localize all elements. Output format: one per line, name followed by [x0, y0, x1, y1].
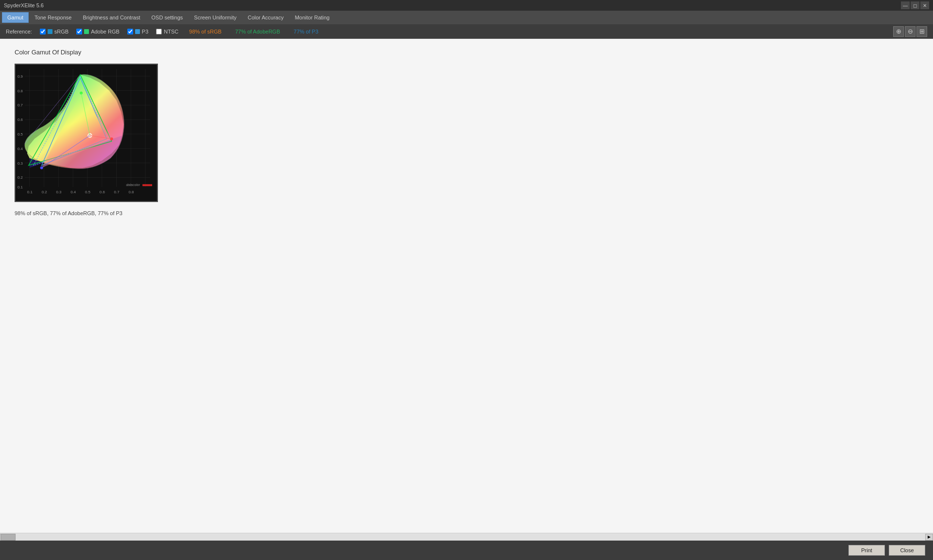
svg-text:0.5: 0.5 [17, 132, 23, 136]
svg-text:0.3: 0.3 [17, 161, 23, 166]
cie-chart: 0.9 0.8 0.7 0.6 0.5 0.4 0.3 0.2 0.1 0.1 … [15, 64, 158, 202]
ref-srgb-color [48, 29, 52, 34]
main-area: Color Gamut Of Display [0, 39, 933, 541]
ref-p3[interactable]: P3 [127, 29, 148, 34]
tab-gamut[interactable]: Gamut [2, 12, 29, 23]
svg-text:0.9: 0.9 [17, 74, 23, 79]
svg-text:0.6: 0.6 [17, 118, 23, 122]
svg-text:0.1: 0.1 [17, 185, 23, 189]
adobe-percent-badge: 77% of AdobeRGB [232, 28, 283, 35]
ref-p3-label: P3 [142, 29, 148, 34]
tab-monitor-rating[interactable]: Monitor Rating [290, 12, 335, 23]
svg-text:0.7: 0.7 [114, 190, 120, 194]
window-controls: — ◻ ✕ [901, 1, 929, 9]
ref-ntsc-checkbox[interactable] [156, 29, 162, 34]
ref-srgb-label: sRGB [54, 29, 69, 34]
close-window-button[interactable]: Close [889, 545, 925, 556]
horizontal-scrollbar[interactable]: ◀ ▶ [0, 533, 933, 541]
ref-adobe-checkbox[interactable] [76, 29, 82, 34]
title-bar: SpyderXElite 5.6 — ◻ ✕ [0, 0, 933, 11]
hscroll-thumb[interactable] [1, 534, 16, 541]
hscroll-right-arrow[interactable]: ▶ [925, 534, 933, 541]
close-button[interactable]: ✕ [920, 1, 929, 9]
ref-srgb-checkbox[interactable] [40, 29, 46, 34]
reference-bar: Reference: sRGB Adobe RGB P3 NTSC 98% of… [0, 24, 933, 39]
svg-rect-51 [142, 184, 152, 186]
reference-label: Reference: [6, 29, 32, 34]
svg-text:0.1: 0.1 [27, 190, 33, 194]
bottom-bar: Print Close [0, 541, 933, 560]
svg-text:0.4: 0.4 [70, 190, 76, 194]
svg-text:0.4: 0.4 [17, 147, 23, 151]
ref-srgb[interactable]: sRGB [40, 29, 69, 34]
svg-text:0.5: 0.5 [85, 190, 91, 194]
chart-container: 0.9 0.8 0.7 0.6 0.5 0.4 0.3 0.2 0.1 0.1 … [15, 64, 158, 204]
ref-p3-checkbox[interactable] [127, 29, 133, 34]
chart-description: 98% of sRGB, 77% of AdobeRGB, 77% of P3 [15, 210, 918, 216]
svg-text:0.8: 0.8 [17, 89, 23, 93]
zoom-controls: ⊕ ⊖ ⊞ [893, 26, 927, 37]
tab-screen-uniformity[interactable]: Screen Uniformity [189, 12, 242, 23]
tab-color-accuracy[interactable]: Color Accuracy [242, 12, 289, 23]
minimize-button[interactable]: — [901, 1, 910, 9]
print-button[interactable]: Print [848, 545, 885, 556]
ref-ntsc-label: NTSC [164, 29, 178, 34]
svg-text:datacolor: datacolor [126, 183, 140, 187]
ref-p3-color [135, 29, 140, 34]
app-title: SpyderXElite 5.6 [4, 2, 44, 8]
scroll-container[interactable]: Color Gamut Of Display [0, 39, 933, 533]
svg-text:0.2: 0.2 [17, 175, 23, 180]
svg-text:0.7: 0.7 [17, 103, 23, 107]
zoom-fit-button[interactable]: ⊞ [916, 26, 927, 37]
tab-brightness-contrast[interactable]: Brightness and Contrast [77, 12, 145, 23]
svg-text:0.2: 0.2 [42, 190, 48, 194]
tab-bar: Gamut Tone Response Brightness and Contr… [0, 11, 933, 24]
srgb-percent-badge: 98% of sRGB [186, 28, 225, 35]
ref-adobe-color [84, 29, 89, 34]
ref-ntsc[interactable]: NTSC [156, 29, 178, 34]
restore-button[interactable]: ◻ [911, 1, 919, 9]
svg-text:0.8: 0.8 [128, 190, 134, 194]
tab-tone-response[interactable]: Tone Response [29, 12, 77, 23]
svg-text:0.3: 0.3 [56, 190, 62, 194]
p3-percent-badge: 77% of P3 [291, 28, 321, 35]
svg-text:0.6: 0.6 [100, 190, 105, 194]
ref-adobe-label: Adobe RGB [91, 29, 120, 34]
tab-osd-settings[interactable]: OSD settings [146, 12, 188, 23]
zoom-in-button[interactable]: ⊕ [893, 26, 904, 37]
page-title: Color Gamut Of Display [15, 49, 918, 56]
ref-adobe-rgb[interactable]: Adobe RGB [76, 29, 120, 34]
zoom-out-button[interactable]: ⊖ [905, 26, 916, 37]
